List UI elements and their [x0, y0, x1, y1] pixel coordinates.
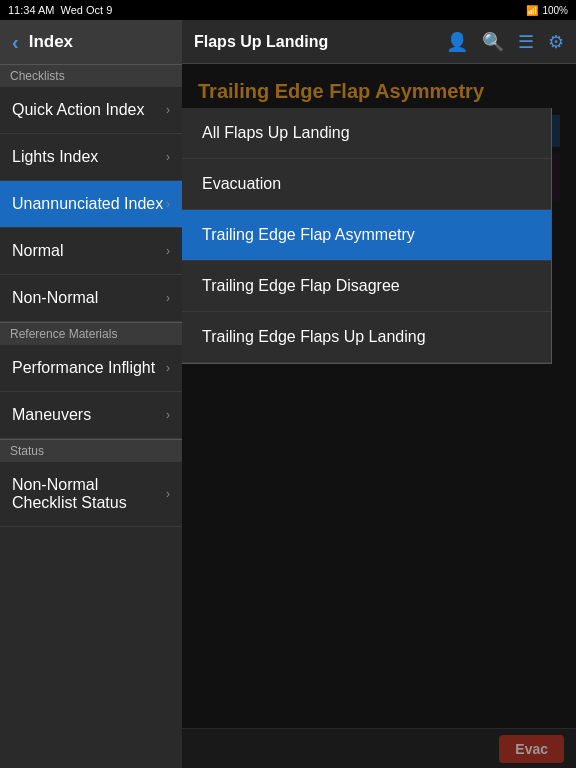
chevron-icon: ›: [166, 197, 170, 211]
dropdown-item-trailing-edge-flap-disagree[interactable]: Trailing Edge Flap Disagree: [182, 261, 551, 312]
sidebar-item-normal[interactable]: Normal ›: [0, 228, 182, 275]
chevron-icon: ›: [166, 103, 170, 117]
search-icon[interactable]: 🔍: [482, 31, 504, 53]
battery-display: 100%: [542, 5, 568, 16]
dropdown-item-trailing-edge-flap-asymmetry[interactable]: Trailing Edge Flap Asymmetry: [182, 210, 551, 261]
sidebar-item-quick-action-index[interactable]: Quick Action Index ›: [0, 87, 182, 134]
sidebar-section-status: Status: [0, 439, 182, 462]
dropdown-item-all-flaps-up-landing[interactable]: All Flaps Up Landing: [182, 108, 551, 159]
sidebar-section-checklists: Checklists: [0, 64, 182, 87]
chevron-icon: ›: [166, 408, 170, 422]
status-bar-left: 11:34 AM Wed Oct 9: [8, 4, 112, 16]
menu-icon[interactable]: ☰: [518, 31, 534, 53]
gear-icon[interactable]: ⚙: [548, 31, 564, 53]
sidebar-item-maneuvers[interactable]: Maneuvers ›: [0, 392, 182, 439]
sidebar: ‹ Index Checklists Quick Action Index › …: [0, 20, 182, 768]
sidebar-item-non-normal[interactable]: Non-Normal ›: [0, 275, 182, 322]
main-content: Flaps Up Landing 👤 🔍 ☰ ⚙ Trailing Edge F…: [182, 20, 576, 768]
sidebar-item-non-normal-checklist-status[interactable]: Non-Normal Checklist Status ›: [0, 462, 182, 527]
header-icons: 👤 🔍 ☰ ⚙: [446, 31, 564, 53]
sidebar-item-unannunciated-index[interactable]: Unannunciated Index ›: [0, 181, 182, 228]
dropdown-item-evacuation[interactable]: Evacuation: [182, 159, 551, 210]
person-icon[interactable]: 👤: [446, 31, 468, 53]
sidebar-item-lights-index[interactable]: Lights Index ›: [0, 134, 182, 181]
chevron-icon: ›: [166, 361, 170, 375]
dropdown-overlay[interactable]: All Flaps Up Landing Evacuation Trailing…: [182, 64, 576, 768]
status-bar: 11:34 AM Wed Oct 9 📶 100%: [0, 0, 576, 20]
sidebar-header: ‹ Index: [0, 20, 182, 64]
status-bar-right: 📶 100%: [526, 5, 568, 16]
sidebar-section-reference: Reference Materials: [0, 322, 182, 345]
back-button[interactable]: ‹: [12, 31, 19, 54]
sidebar-item-performance-inflight[interactable]: Performance Inflight ›: [0, 345, 182, 392]
chevron-icon: ›: [166, 244, 170, 258]
dropdown-item-trailing-edge-flaps-up-landing[interactable]: Trailing Edge Flaps Up Landing: [182, 312, 551, 363]
main-header-title: Flaps Up Landing: [194, 33, 328, 51]
wifi-icon: 📶: [526, 5, 538, 16]
sidebar-title: Index: [29, 32, 73, 52]
date-display: Wed Oct 9: [60, 4, 112, 16]
chevron-icon: ›: [166, 291, 170, 305]
chevron-icon: ›: [166, 487, 170, 501]
app-container: ‹ Index Checklists Quick Action Index › …: [0, 20, 576, 768]
dropdown-menu: All Flaps Up Landing Evacuation Trailing…: [182, 108, 552, 364]
chevron-icon: ›: [166, 150, 170, 164]
main-header: Flaps Up Landing 👤 🔍 ☰ ⚙: [182, 20, 576, 64]
time-display: 11:34 AM: [8, 4, 54, 16]
